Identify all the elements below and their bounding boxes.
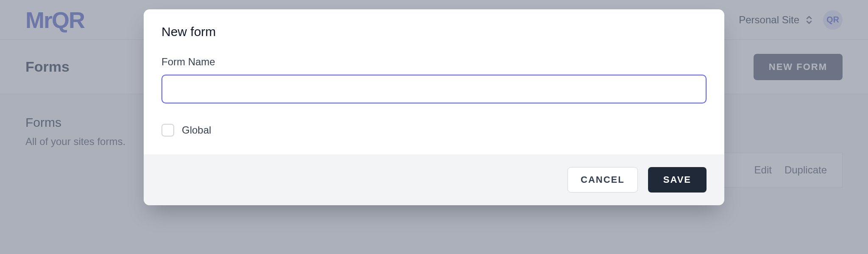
save-button[interactable]: SAVE bbox=[648, 167, 707, 193]
modal-title: New form bbox=[161, 25, 707, 39]
global-checkbox-row: Global bbox=[161, 124, 707, 137]
modal-footer: CANCEL SAVE bbox=[144, 154, 724, 205]
global-checkbox-label: Global bbox=[182, 124, 211, 136]
cancel-button[interactable]: CANCEL bbox=[568, 167, 638, 193]
modal-body: New form Form Name Global bbox=[144, 9, 724, 154]
form-name-label: Form Name bbox=[161, 56, 707, 68]
form-name-input[interactable] bbox=[161, 75, 707, 103]
new-form-modal: New form Form Name Global CANCEL SAVE bbox=[144, 9, 724, 205]
global-checkbox[interactable] bbox=[161, 124, 174, 137]
modal-overlay: New form Form Name Global CANCEL SAVE bbox=[0, 0, 868, 254]
